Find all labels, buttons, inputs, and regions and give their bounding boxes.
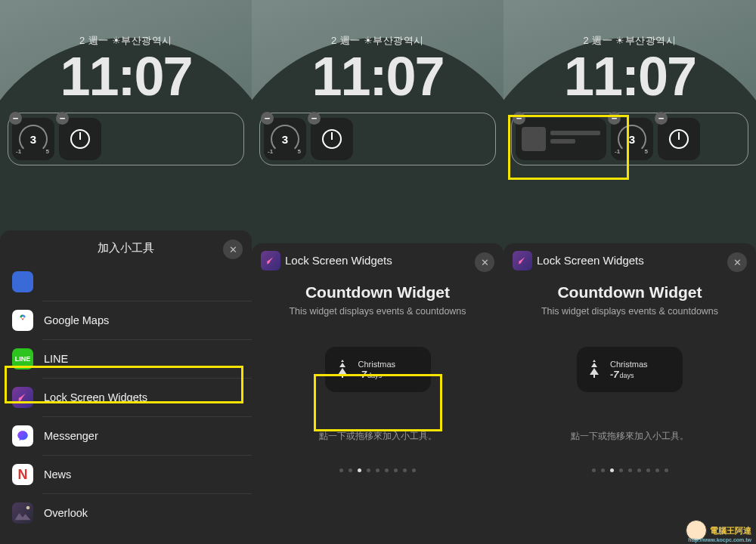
close-button[interactable]: ✕: [475, 252, 494, 272]
widget-detail-sheet: Lock Screen Widgets ✕ Countdown Widget T…: [503, 243, 756, 544]
widget-title: Countdown Widget: [264, 283, 491, 301]
watch-icon: [322, 129, 342, 149]
svg-point-1: [26, 506, 30, 510]
remove-widget-button[interactable]: [308, 112, 321, 125]
watch-icon: [669, 129, 689, 149]
google-maps-icon: [12, 310, 33, 331]
rocket-icon[interactable]: [261, 251, 280, 270]
add-widget-sheet: 加入小工具 ✕ Google Maps LINELINE Lock Screen…: [0, 230, 252, 544]
widget-detail-sheet: Lock Screen Widgets ✕ Countdown Widget T…: [252, 243, 503, 544]
widget-desc: This widget displays events & countdowns: [264, 306, 491, 317]
rocket-icon: [12, 387, 33, 408]
watch-widget[interactable]: [658, 118, 700, 160]
phone-screen-3: 2 週一 ☀부산광역시 11:07 3 Lock Screen Widgets …: [503, 0, 756, 544]
remove-widget-button[interactable]: [655, 112, 668, 125]
widget-preview[interactable]: Christmas -7days: [577, 347, 683, 392]
back-label[interactable]: Lock Screen Widgets: [285, 254, 392, 267]
app-row[interactable]: [0, 263, 252, 301]
app-row-google-maps[interactable]: Google Maps: [42, 301, 252, 339]
watch-icon: [70, 129, 90, 149]
phone-screen-1: 2 週一 ☀부산광역시 11:07 3 加入小工具 ✕ Google Maps …: [0, 0, 252, 544]
remove-widget-button[interactable]: [9, 112, 22, 125]
rocket-icon[interactable]: [513, 251, 532, 270]
countdown-widget-placeholder[interactable]: [516, 118, 606, 160]
close-button[interactable]: ✕: [223, 240, 243, 259]
clock-time: 11:07: [0, 49, 252, 104]
app-row-messenger[interactable]: Messenger: [42, 416, 252, 455]
app-row-news[interactable]: NNews: [42, 455, 252, 493]
hint-text: 點一下或拖移來加入小工具。: [516, 430, 744, 443]
remove-widget-button[interactable]: [261, 112, 274, 125]
app-list[interactable]: Google Maps LINELINE Lock Screen Widgets…: [0, 263, 252, 532]
remove-widget-button[interactable]: [608, 112, 621, 125]
remove-widget-button[interactable]: [513, 112, 525, 125]
watch-widget[interactable]: [59, 118, 101, 160]
christmas-tree-icon: [333, 358, 352, 381]
app-icon: [12, 271, 33, 292]
app-row-overlook[interactable]: Overlook: [42, 493, 252, 532]
widget-row[interactable]: 3: [259, 113, 496, 165]
clock-time: 11:07: [252, 49, 503, 104]
widget-preview[interactable]: Christmas -7days: [325, 347, 431, 392]
widget-desc: This widget displays events & countdowns: [516, 306, 744, 317]
temperature-widget[interactable]: 3: [264, 118, 306, 160]
page-dots[interactable]: [516, 468, 744, 472]
sheet-title: 加入小工具: [98, 241, 154, 255]
messenger-icon: [12, 425, 33, 447]
overlook-icon: [12, 502, 33, 524]
widget-row[interactable]: 3: [511, 113, 748, 165]
watch-widget[interactable]: [311, 118, 353, 160]
close-button[interactable]: ✕: [727, 252, 747, 272]
clock-time: 11:07: [503, 49, 756, 104]
back-label[interactable]: Lock Screen Widgets: [537, 254, 644, 267]
phone-screen-2: 2 週一 ☀부산광역시 11:07 3 Lock Screen Widgets …: [252, 0, 503, 544]
app-row-lock-screen-widgets[interactable]: Lock Screen Widgets: [42, 378, 252, 416]
svg-point-0: [22, 317, 24, 319]
app-row-line[interactable]: LINELINE: [42, 339, 252, 378]
news-icon: N: [12, 464, 33, 485]
temperature-widget[interactable]: 3: [12, 118, 54, 160]
widget-row[interactable]: 3: [8, 113, 244, 165]
remove-widget-button[interactable]: [56, 112, 69, 125]
watermark: 電腦王阿達 http://www.kocpc.com.tw: [686, 520, 751, 541]
widget-title: Countdown Widget: [516, 283, 744, 301]
hint-text: 點一下或拖移來加入小工具。: [264, 430, 491, 443]
temperature-widget[interactable]: 3: [611, 118, 653, 160]
line-icon: LINE: [12, 348, 33, 369]
page-dots[interactable]: [264, 468, 491, 472]
christmas-tree-icon: [584, 358, 604, 381]
